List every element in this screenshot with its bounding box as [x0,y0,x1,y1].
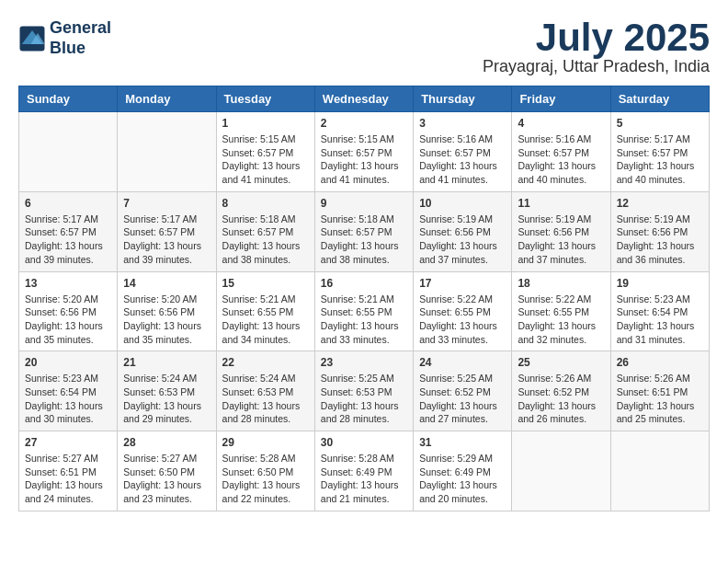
calendar-cell: 1Sunrise: 5:15 AM Sunset: 6:57 PM Daylig… [216,112,314,192]
calendar-cell: 29Sunrise: 5:28 AM Sunset: 6:50 PM Dayli… [216,431,314,511]
day-number: 5 [617,117,703,130]
calendar-week-row: 1Sunrise: 5:15 AM Sunset: 6:57 PM Daylig… [19,112,710,192]
calendar-cell: 6Sunrise: 5:17 AM Sunset: 6:57 PM Daylig… [19,191,118,271]
logo: General Blue [18,18,111,58]
day-info: Sunrise: 5:19 AM Sunset: 6:56 PM Dayligh… [518,213,604,267]
day-info: Sunrise: 5:20 AM Sunset: 6:56 PM Dayligh… [25,293,111,347]
day-number: 25 [518,356,604,369]
day-number: 8 [222,197,309,210]
calendar-cell: 16Sunrise: 5:21 AM Sunset: 6:55 PM Dayli… [314,271,413,351]
column-header-sunday: Sunday [19,86,118,112]
day-number: 6 [25,197,111,210]
day-number: 18 [518,277,604,290]
calendar-header-row: SundayMondayTuesdayWednesdayThursdayFrid… [19,86,710,112]
calendar-week-row: 13Sunrise: 5:20 AM Sunset: 6:56 PM Dayli… [19,271,710,351]
day-number: 3 [419,117,506,130]
day-info: Sunrise: 5:24 AM Sunset: 6:53 PM Dayligh… [123,372,210,426]
calendar-cell: 10Sunrise: 5:19 AM Sunset: 6:56 PM Dayli… [414,191,512,271]
day-number: 30 [321,436,407,449]
column-header-friday: Friday [512,86,610,112]
calendar-cell: 3Sunrise: 5:16 AM Sunset: 6:57 PM Daylig… [414,112,512,192]
calendar-cell [118,112,216,192]
calendar-cell: 23Sunrise: 5:25 AM Sunset: 6:53 PM Dayli… [314,351,413,431]
day-number: 9 [321,197,407,210]
column-header-thursday: Thursday [414,86,512,112]
calendar-cell: 31Sunrise: 5:29 AM Sunset: 6:49 PM Dayli… [414,431,512,511]
day-number: 26 [617,356,703,369]
day-info: Sunrise: 5:29 AM Sunset: 6:49 PM Dayligh… [419,452,506,506]
day-info: Sunrise: 5:18 AM Sunset: 6:57 PM Dayligh… [321,213,407,267]
day-info: Sunrise: 5:25 AM Sunset: 6:52 PM Dayligh… [419,372,506,426]
calendar-cell: 18Sunrise: 5:22 AM Sunset: 6:55 PM Dayli… [512,271,610,351]
calendar-cell: 26Sunrise: 5:26 AM Sunset: 6:51 PM Dayli… [610,351,709,431]
calendar-cell [512,431,610,511]
day-info: Sunrise: 5:27 AM Sunset: 6:50 PM Dayligh… [123,452,210,506]
calendar-cell: 13Sunrise: 5:20 AM Sunset: 6:56 PM Dayli… [19,271,118,351]
day-info: Sunrise: 5:25 AM Sunset: 6:53 PM Dayligh… [321,372,407,426]
day-number: 29 [222,436,309,449]
calendar-cell: 19Sunrise: 5:23 AM Sunset: 6:54 PM Dayli… [610,271,709,351]
day-info: Sunrise: 5:24 AM Sunset: 6:53 PM Dayligh… [222,372,309,426]
calendar-week-row: 20Sunrise: 5:23 AM Sunset: 6:54 PM Dayli… [19,351,710,431]
day-number: 2 [321,117,407,130]
day-info: Sunrise: 5:16 AM Sunset: 6:57 PM Dayligh… [518,132,604,187]
day-info: Sunrise: 5:23 AM Sunset: 6:54 PM Dayligh… [617,293,703,347]
day-info: Sunrise: 5:16 AM Sunset: 6:57 PM Dayligh… [419,132,506,187]
title-section: July 2025 Prayagraj, Uttar Pradesh, Indi… [483,18,710,76]
location-title: Prayagraj, Uttar Pradesh, India [483,57,710,76]
calendar-cell: 14Sunrise: 5:20 AM Sunset: 6:56 PM Dayli… [118,271,216,351]
calendar-cell: 21Sunrise: 5:24 AM Sunset: 6:53 PM Dayli… [118,351,216,431]
calendar-cell: 27Sunrise: 5:27 AM Sunset: 6:51 PM Dayli… [19,431,118,511]
day-number: 24 [419,356,506,369]
column-header-wednesday: Wednesday [314,86,413,112]
day-number: 12 [617,197,703,210]
column-header-monday: Monday [118,86,216,112]
day-number: 20 [25,356,111,369]
calendar-cell: 24Sunrise: 5:25 AM Sunset: 6:52 PM Dayli… [414,351,512,431]
calendar-cell: 22Sunrise: 5:24 AM Sunset: 6:53 PM Dayli… [216,351,314,431]
day-number: 31 [419,436,506,449]
day-info: Sunrise: 5:28 AM Sunset: 6:50 PM Dayligh… [222,452,309,506]
day-number: 11 [518,197,604,210]
day-number: 22 [222,356,309,369]
day-number: 16 [321,277,407,290]
day-info: Sunrise: 5:15 AM Sunset: 6:57 PM Dayligh… [222,132,309,187]
day-number: 28 [123,436,210,449]
day-info: Sunrise: 5:18 AM Sunset: 6:57 PM Dayligh… [222,213,309,267]
day-number: 27 [25,436,111,449]
day-info: Sunrise: 5:22 AM Sunset: 6:55 PM Dayligh… [419,293,506,347]
calendar-cell: 4Sunrise: 5:16 AM Sunset: 6:57 PM Daylig… [512,112,610,192]
logo-text: General Blue [50,18,111,58]
calendar-table: SundayMondayTuesdayWednesdayThursdayFrid… [18,86,710,511]
month-title: July 2025 [483,18,710,57]
calendar-cell: 20Sunrise: 5:23 AM Sunset: 6:54 PM Dayli… [19,351,118,431]
calendar-cell: 28Sunrise: 5:27 AM Sunset: 6:50 PM Dayli… [118,431,216,511]
day-info: Sunrise: 5:28 AM Sunset: 6:49 PM Dayligh… [321,452,407,506]
day-number: 15 [222,277,309,290]
calendar-cell: 8Sunrise: 5:18 AM Sunset: 6:57 PM Daylig… [216,191,314,271]
calendar-cell: 15Sunrise: 5:21 AM Sunset: 6:55 PM Dayli… [216,271,314,351]
day-info: Sunrise: 5:27 AM Sunset: 6:51 PM Dayligh… [25,452,111,506]
calendar-cell: 5Sunrise: 5:17 AM Sunset: 6:57 PM Daylig… [610,112,709,192]
calendar-cell [610,431,709,511]
calendar-cell: 25Sunrise: 5:26 AM Sunset: 6:52 PM Dayli… [512,351,610,431]
calendar-cell: 17Sunrise: 5:22 AM Sunset: 6:55 PM Dayli… [414,271,512,351]
day-number: 19 [617,277,703,290]
day-info: Sunrise: 5:17 AM Sunset: 6:57 PM Dayligh… [617,132,703,187]
calendar-cell: 2Sunrise: 5:15 AM Sunset: 6:57 PM Daylig… [314,112,413,192]
day-number: 1 [222,117,309,130]
day-info: Sunrise: 5:17 AM Sunset: 6:57 PM Dayligh… [25,213,111,267]
calendar-cell: 7Sunrise: 5:17 AM Sunset: 6:57 PM Daylig… [118,191,216,271]
day-info: Sunrise: 5:19 AM Sunset: 6:56 PM Dayligh… [617,213,703,267]
day-number: 23 [321,356,407,369]
day-number: 10 [419,197,506,210]
day-info: Sunrise: 5:19 AM Sunset: 6:56 PM Dayligh… [419,213,506,267]
logo-icon [18,25,46,52]
calendar-week-row: 6Sunrise: 5:17 AM Sunset: 6:57 PM Daylig… [19,191,710,271]
day-number: 4 [518,117,604,130]
day-info: Sunrise: 5:20 AM Sunset: 6:56 PM Dayligh… [123,293,210,347]
column-header-tuesday: Tuesday [216,86,314,112]
calendar-cell [19,112,118,192]
day-info: Sunrise: 5:22 AM Sunset: 6:55 PM Dayligh… [518,293,604,347]
day-number: 17 [419,277,506,290]
